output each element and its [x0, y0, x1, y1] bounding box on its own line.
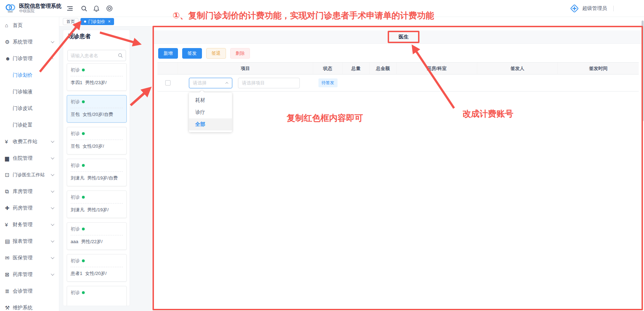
annotation-doctor-box: 医生: [388, 31, 419, 43]
sidebar-item-doctor-station[interactable]: ⊡ 门诊医生工作站: [0, 166, 59, 183]
search-icon[interactable]: [118, 53, 123, 58]
sidebar-subitem-infusion[interactable]: 门诊输液: [0, 83, 59, 100]
patient-card[interactable]: 初诊 豆包女性/20岁/: [67, 127, 127, 154]
person-icon: ☻: [5, 55, 13, 61]
tab-home[interactable]: 首页: [63, 18, 78, 25]
sidebar-item-insurance[interactable]: ✉ 医保管理: [0, 250, 59, 266]
yen-icon: ¥: [5, 139, 13, 145]
patient-card[interactable]: 初诊 李四1男性/23岁/: [67, 63, 127, 91]
dropdown-option-consumables[interactable]: 耗材: [189, 94, 232, 106]
chevron-down-icon: [51, 272, 54, 276]
sidebar-item-pharmacy[interactable]: ✚ 药房管理: [0, 200, 59, 216]
app-root: 医院信息管理系统 中联医院 超级管理员: [0, 0, 644, 311]
col-total-amount: 总金额: [370, 63, 396, 75]
plus-icon: ✚: [5, 205, 13, 211]
chevron-up-icon: [225, 82, 228, 85]
patient-card[interactable]: 初诊 aaa男性/22岁/: [67, 222, 127, 250]
patient-card[interactable]: 初诊: [67, 286, 127, 306]
active-dot: [84, 20, 86, 23]
report-icon: ▤: [5, 238, 13, 245]
notification-bell-icon[interactable]: [93, 5, 100, 12]
sidebar-item-finance[interactable]: ¥ 财务管理: [0, 216, 59, 233]
item-type-select[interactable]: 请选择: [189, 78, 232, 88]
col-checkbox: [157, 63, 178, 75]
chevron-down-icon: [51, 156, 54, 159]
issue-button[interactable]: 签发: [182, 48, 202, 59]
row-checkbox[interactable]: [165, 80, 171, 86]
patient-card-selected[interactable]: 初诊 豆包女性/20岁/自费: [67, 95, 127, 123]
app-title: 医院信息管理系统: [19, 3, 61, 9]
col-issuer: 签发人: [477, 63, 558, 75]
tools-icon: ⚒: [5, 305, 13, 311]
status-dot: [82, 259, 85, 262]
dropdown-option-treatment[interactable]: 诊疗: [189, 106, 232, 118]
sidebar-nav: ⌂ 首页 ⚙ 系统管理 ☻ 门诊管理 门诊划价 门诊输液 门诊皮试 门诊处置 ¥…: [0, 17, 59, 311]
app-subtitle: 中联医院: [19, 9, 61, 13]
tab-outpatient-pricing[interactable]: 门诊划价 ×: [80, 18, 114, 25]
patient-card[interactable]: 初诊 刘潇凡男性/19岁/: [67, 190, 127, 218]
patient-search-input[interactable]: [71, 53, 116, 58]
sidebar-item-system[interactable]: ⚙ 系统管理: [0, 34, 59, 50]
status-badge: 待签发: [318, 78, 338, 87]
col-issue-time: 签发时间: [558, 63, 639, 75]
table-row: 请选择 待签发: [157, 75, 639, 92]
item-type-dropdown: 耗材 诊疗 全部: [189, 93, 232, 132]
monitor-icon: ⊡: [5, 172, 13, 178]
sidebar-item-warehouse[interactable]: ⧉ 库房管理: [0, 183, 59, 200]
collapse-menu-icon[interactable]: [66, 5, 73, 12]
patient-search-box: [67, 50, 126, 61]
divider: [613, 6, 614, 11]
envelope-icon: ✉: [5, 255, 13, 261]
scrollbar-thumb[interactable]: [642, 20, 644, 121]
patient-list-panel: 现诊患者 初诊 李四1男性/23岁/ 初诊 豆包女性/20岁/自费 初诊 豆包女…: [63, 30, 130, 306]
status-dot: [82, 100, 85, 103]
logo-icon: [4, 2, 16, 14]
col-total-qty: 总量: [342, 63, 370, 75]
sidebar-subitem-disposal[interactable]: 门诊处置: [0, 117, 59, 133]
sidebar-item-maintenance[interactable]: ⚒ 维护系统: [0, 299, 59, 311]
sidebar-item-inpatient[interactable]: ▆ 住院管理: [0, 150, 59, 166]
search-icon[interactable]: [80, 5, 88, 12]
col-pharmacy-dept: 药房/科室: [396, 63, 477, 75]
col-item: 项目: [178, 63, 313, 75]
status-dot: [82, 291, 85, 294]
app-logo: 医院信息管理系统 中联医院: [4, 2, 61, 14]
chevron-down-icon: [51, 172, 54, 176]
sidebar-item-reports[interactable]: ▤ 报表管理: [0, 233, 59, 250]
sidebar-subitem-pricing[interactable]: 门诊划价: [0, 67, 59, 83]
chevron-down-icon: [51, 222, 54, 226]
sidebar-item-consultation[interactable]: ≣ 会诊管理: [0, 283, 59, 299]
panel-title: 现诊患者: [68, 33, 91, 40]
status-dot: [82, 228, 85, 230]
sidebar-item-home[interactable]: ⌂ 首页: [0, 17, 59, 34]
sidebar-item-outpatient[interactable]: ☻ 门诊管理: [0, 50, 59, 67]
chevron-down-icon: [51, 206, 54, 209]
table-header-row: 项目 状态 总量 总金额 药房/科室 签发人 签发时间: [157, 62, 639, 75]
copy-icon: ⧉: [5, 188, 13, 195]
box-icon: ⊠: [5, 271, 13, 278]
patient-card[interactable]: 初诊 刘潇凡男性/19岁/自费: [67, 159, 127, 186]
chevron-down-icon: [51, 189, 54, 193]
close-icon[interactable]: ×: [108, 19, 111, 24]
dropdown-option-all[interactable]: 全部: [189, 118, 232, 130]
dashboard-icon: ⌂: [5, 22, 13, 28]
patient-card[interactable]: 初诊 患者1女性/20岁/: [67, 254, 127, 282]
theme-icon[interactable]: [106, 5, 113, 12]
delete-button[interactable]: 删除: [230, 48, 250, 59]
revoke-button[interactable]: 签退: [206, 48, 226, 59]
status-dot: [82, 196, 85, 199]
item-search-input[interactable]: [238, 78, 300, 88]
chevron-down-icon: [51, 40, 54, 43]
status-dot: [82, 164, 85, 167]
annotation-arrow-to-table-row: [131, 89, 149, 105]
bar-chart-icon: ▆: [5, 155, 13, 162]
sidebar-item-drug-storage[interactable]: ⊠ 药库管理: [0, 266, 59, 283]
add-button[interactable]: 新增: [158, 48, 178, 59]
annotation-note-2: 复制红色框内容即可: [287, 112, 363, 124]
status-dot: [82, 69, 85, 71]
col-status: 状态: [313, 63, 342, 75]
user-account[interactable]: 超级管理员: [570, 4, 614, 13]
doctor-label: 医生: [399, 34, 409, 40]
sidebar-item-charging-station[interactable]: ¥ 收费工作站: [0, 133, 59, 150]
sidebar-subitem-skintest[interactable]: 门诊皮试: [0, 100, 59, 117]
